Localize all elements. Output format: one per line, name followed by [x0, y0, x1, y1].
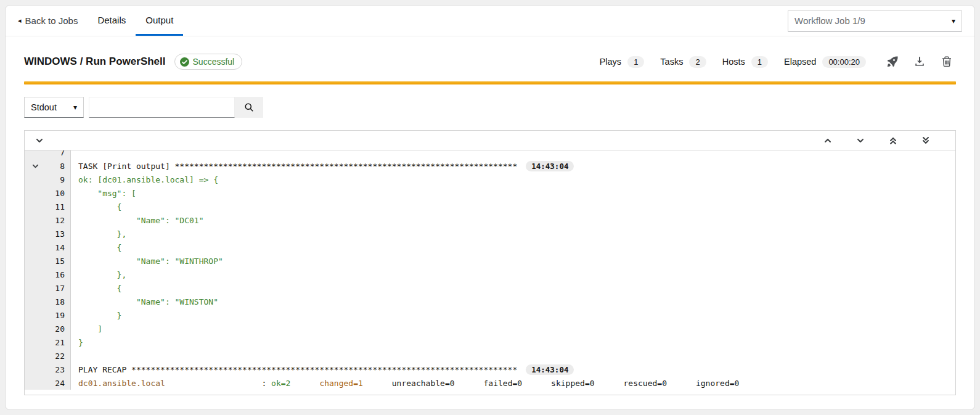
scroll-previous-chevron-up-icon[interactable]	[822, 134, 834, 147]
log-scroll-area[interactable]: 78TASK [Print output] ******************…	[25, 150, 955, 395]
log-line: 23PLAY RECAP ***************************…	[25, 363, 955, 376]
relaunch-rocket-icon[interactable]	[883, 52, 902, 71]
stat-tasks-count: 2	[689, 56, 706, 68]
log-line: 15 "Name": "WINTHROP"	[25, 254, 955, 268]
back-to-jobs-label: Back to Jobs	[25, 15, 78, 26]
log-line: 19 }	[25, 308, 955, 322]
log-line-number: 23	[25, 363, 71, 376]
output-toolbar: Stdout ▾	[24, 97, 956, 118]
tab-details-label: Details	[97, 15, 126, 25]
log-line: 12 "Name": "DC01"	[25, 213, 955, 227]
top-nav: ◂ Back to Jobs Details Output Workflow J…	[6, 6, 974, 36]
log-line-number: 22	[25, 349, 71, 363]
collapse-all-chevron-icon[interactable]	[32, 133, 47, 148]
nav-spacer	[183, 6, 788, 36]
workflow-job-select-value: Workflow Job 1/9	[794, 15, 952, 26]
log-line-number: 9	[25, 173, 71, 186]
log-line-text: "Name": "WINTHROP"	[71, 257, 223, 266]
log-line: 24dc01.ansible.local : ok=2 changed=1 un…	[25, 376, 955, 390]
log-line-number: 13	[25, 227, 71, 240]
search-icon	[244, 102, 254, 112]
tab-output[interactable]: Output	[136, 6, 183, 36]
log-lines: 78TASK [Print output] ******************…	[25, 150, 955, 390]
stat-hosts-label: Hosts	[722, 57, 745, 67]
log-line-text: },	[71, 229, 126, 239]
log-line: 18 "Name": "WINSTON"	[25, 295, 955, 308]
output-scroll-controls	[822, 134, 932, 147]
log-line-number: 11	[25, 200, 71, 213]
timestamp-badge: 14:43:04	[526, 364, 574, 375]
search-button[interactable]	[235, 97, 263, 118]
stdout-source-value: Stdout	[31, 102, 73, 112]
log-line: 22	[25, 349, 955, 363]
stat-plays-count: 1	[627, 56, 644, 68]
scroll-to-bottom-double-chevron-icon[interactable]	[920, 134, 932, 147]
log-line-number: 18	[25, 295, 71, 308]
log-line-text: "Name": "DC01"	[71, 216, 204, 225]
log-line-number: 19	[25, 308, 71, 322]
log-line: 21}	[25, 335, 955, 349]
event-expand-chevron-icon[interactable]	[30, 161, 40, 171]
scroll-next-chevron-down-icon[interactable]	[854, 134, 867, 147]
stat-tasks-label: Tasks	[660, 57, 683, 67]
output-panel: 78TASK [Print output] ******************…	[24, 130, 956, 395]
log-line-text: {	[71, 243, 121, 252]
log-line: 11 {	[25, 200, 955, 213]
page-title: WINDOWS / Run PowerShell	[24, 55, 166, 68]
log-line-number: 21	[25, 335, 71, 349]
stat-elapsed-label: Elapsed	[784, 57, 816, 67]
scroll-to-top-double-chevron-icon[interactable]	[887, 134, 899, 147]
log-line-text: },	[71, 270, 126, 279]
tab-details[interactable]: Details	[88, 6, 136, 36]
log-line-text: "Name": "WINSTON"	[71, 297, 218, 306]
log-line-number: 15	[25, 254, 71, 268]
log-line: 14 {	[25, 240, 955, 254]
log-line: 13 },	[25, 227, 955, 240]
log-line-text: dc01.ansible.local : ok=2 changed=1 unre…	[71, 379, 739, 388]
log-line-number: 16	[25, 268, 71, 281]
stat-elapsed-value: 00:00:20	[822, 56, 866, 68]
log-line-text: PLAY RECAP *****************************…	[71, 364, 574, 375]
job-actions	[883, 52, 956, 71]
job-output-page: ◂ Back to Jobs Details Output Workflow J…	[5, 5, 975, 410]
log-line: 7	[25, 150, 955, 159]
stdout-source-select[interactable]: Stdout ▾	[24, 97, 84, 118]
check-circle-icon	[180, 57, 189, 67]
log-line-number: 8	[25, 159, 71, 173]
stat-hosts-count: 1	[751, 56, 768, 68]
log-line-number: 7	[25, 150, 71, 159]
log-line: 20 ]	[25, 322, 955, 335]
job-status-progress-bar	[24, 81, 956, 84]
delete-trash-icon[interactable]	[937, 52, 956, 71]
timestamp-badge: 14:43:04	[526, 161, 574, 171]
back-to-jobs-link[interactable]: ◂ Back to Jobs	[18, 6, 78, 36]
chevron-down-icon: ▾	[952, 17, 955, 25]
log-line: 17 {	[25, 281, 955, 295]
job-header: WINDOWS / Run PowerShell Successful Play…	[6, 36, 974, 81]
stat-tasks: Tasks 2	[660, 56, 706, 68]
status-badge-label: Successful	[193, 57, 235, 67]
log-line-text: {	[71, 284, 121, 293]
log-line-text: {	[71, 202, 121, 212]
stat-elapsed: Elapsed 00:00:20	[784, 56, 866, 68]
log-line-number: 14	[25, 240, 71, 254]
log-line: 8TASK [Print output] *******************…	[25, 159, 955, 173]
log-line: 9ok: [dc01.ansible.local] => {	[25, 173, 955, 186]
stat-hosts: Hosts 1	[722, 56, 768, 68]
log-line-number: 24	[25, 376, 71, 390]
log-line-text: ok: [dc01.ansible.local] => {	[71, 175, 218, 184]
log-line-number: 17	[25, 281, 71, 295]
status-badge[interactable]: Successful	[174, 54, 243, 70]
log-line-text: TASK [Print output] ********************…	[71, 161, 574, 171]
log-line-number: 20	[25, 322, 71, 335]
chevron-down-icon: ▾	[73, 103, 77, 112]
download-icon[interactable]	[910, 52, 929, 71]
stat-plays: Plays 1	[600, 56, 645, 68]
workflow-job-select[interactable]: Workflow Job 1/9 ▾	[788, 10, 962, 31]
search-input[interactable]	[89, 97, 235, 118]
stat-plays-label: Plays	[600, 57, 621, 67]
log-line-text: }	[71, 311, 121, 320]
log-line-number: 10	[25, 186, 71, 200]
back-arrow-icon: ◂	[18, 17, 22, 25]
output-panel-toolbar	[25, 131, 955, 150]
